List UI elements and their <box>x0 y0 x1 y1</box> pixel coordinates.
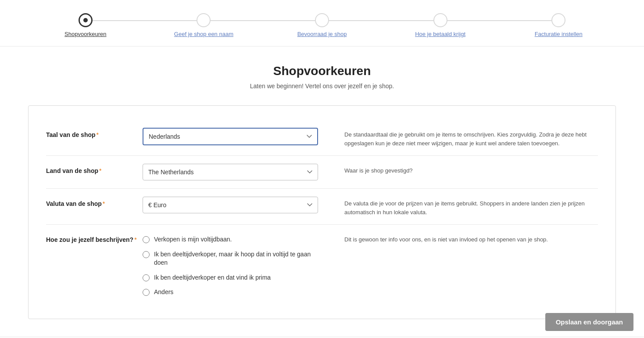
form-card: Taal van de shop* Nederlands English Deu… <box>28 105 616 319</box>
country-help-col: Waar is je shop gevestigd? <box>344 164 598 175</box>
describe-radio-group: Verkopen is mijn voltijdbaan. Ik ben dee… <box>143 233 318 297</box>
main-content: Shopvoorkeuren Laten we beginnen! Vertel… <box>0 47 644 337</box>
step-circle-3 <box>315 13 329 27</box>
step-circle-2 <box>197 13 211 27</box>
step-circle-4 <box>433 13 447 27</box>
language-row: Taal van de shop* Nederlands English Deu… <box>46 120 598 156</box>
country-label-col: Land van de shop* <box>46 164 143 174</box>
currency-help-col: De valuta die je voor de prijzen van je … <box>344 197 598 216</box>
currency-label-col: Valuta van de shop* <box>46 197 143 207</box>
currency-field-col: € Euro $ US Dollar £ British Pound <box>143 197 318 213</box>
language-label: Taal van de shop <box>46 131 96 138</box>
step-circle-1 <box>79 13 93 27</box>
step-label-3[interactable]: Bevoorraad je shop <box>297 31 347 37</box>
currency-select[interactable]: € Euro $ US Dollar £ British Pound <box>143 197 318 213</box>
country-row: Land van de shop* The Netherlands Belgiu… <box>46 156 598 189</box>
page-title: Shopvoorkeuren <box>273 64 371 78</box>
radio-parttime-ok-input[interactable] <box>143 274 150 281</box>
radio-parttime-ok-label: Ik ben deeltijdverkoper en dat vind ik p… <box>154 273 271 282</box>
radio-parttime-ok[interactable]: Ik ben deeltijdverkoper en dat vind ik p… <box>143 273 318 282</box>
save-button[interactable]: Opslaan en doorgaan <box>545 313 633 331</box>
step-circle-5 <box>551 13 565 27</box>
language-required: * <box>97 131 99 138</box>
language-label-col: Taal van de shop* <box>46 128 143 138</box>
radio-other-input[interactable] <box>143 289 150 296</box>
country-select[interactable]: The Netherlands Belgium Germany France <box>143 164 318 180</box>
describe-label: Hoe zou je jezelf beschrijven? <box>46 236 133 243</box>
radio-fulltime[interactable]: Verkopen is mijn voltijdbaan. <box>143 235 318 244</box>
describe-field-col: Verkopen is mijn voltijdbaan. Ik ben dee… <box>143 233 318 297</box>
step-label-4[interactable]: Hoe je betaald krijgt <box>415 31 465 37</box>
step-label-2[interactable]: Geef je shop een naam <box>174 31 233 37</box>
currency-required: * <box>103 200 105 207</box>
country-help-text: Waar is je shop gevestigd? <box>344 166 598 175</box>
step-label-1[interactable]: Shopvoorkeuren <box>64 31 106 37</box>
describe-help-col: Dit is gewoon ter info voor ons, en is n… <box>344 233 598 244</box>
language-help-col: De standaardtaal die je gebruikt om je i… <box>344 128 598 147</box>
step-bevoorraad[interactable]: Bevoorraad je shop <box>263 13 381 37</box>
radio-parttime-hopeful[interactable]: Ik ben deeltijdverkoper, maar ik hoop da… <box>143 250 318 267</box>
radio-parttime-hopeful-input[interactable] <box>143 251 150 258</box>
radio-other-label: Anders <box>154 288 173 297</box>
describe-required: * <box>134 236 136 243</box>
step-shopvoorkeuren[interactable]: Shopvoorkeuren <box>26 13 145 37</box>
radio-fulltime-label: Verkopen is mijn voltijdbaan. <box>154 235 232 244</box>
language-help-text: De standaardtaal die je gebruikt om je i… <box>344 130 598 147</box>
describe-label-col: Hoe zou je jezelf beschrijven?* <box>46 233 143 243</box>
radio-parttime-hopeful-label: Ik ben deeltijdverkoper, maar ik hoop da… <box>154 250 318 267</box>
step-betaald[interactable]: Hoe je betaald krijgt <box>381 13 500 37</box>
page-subtitle: Laten we beginnen! Vertel ons over jezel… <box>250 83 394 90</box>
step-label-5[interactable]: Facturatie instellen <box>535 31 583 37</box>
describe-help-text: Dit is gewoon ter info voor ons, en is n… <box>344 235 598 244</box>
progress-bar: Shopvoorkeuren Geef je shop een naam Bev… <box>0 0 644 47</box>
save-btn-container: Opslaan en doorgaan <box>535 306 644 338</box>
country-required: * <box>99 167 101 174</box>
step-naam[interactable]: Geef je shop een naam <box>145 13 263 37</box>
country-field-col: The Netherlands Belgium Germany France <box>143 164 318 180</box>
currency-label: Valuta van de shop <box>46 200 102 207</box>
radio-other[interactable]: Anders <box>143 288 318 297</box>
radio-fulltime-input[interactable] <box>143 236 150 243</box>
country-label: Land van de shop <box>46 167 98 174</box>
currency-row: Valuta van de shop* € Euro $ US Dollar £… <box>46 189 598 225</box>
language-select[interactable]: Nederlands English Deutsch Français <box>143 128 318 145</box>
step-facturatie[interactable]: Facturatie instellen <box>499 13 618 37</box>
language-field-col: Nederlands English Deutsch Français <box>143 128 318 145</box>
currency-help-text: De valuta die je voor de prijzen van je … <box>344 199 598 216</box>
describe-row: Hoe zou je jezelf beschrijven?* Verkopen… <box>46 225 598 305</box>
